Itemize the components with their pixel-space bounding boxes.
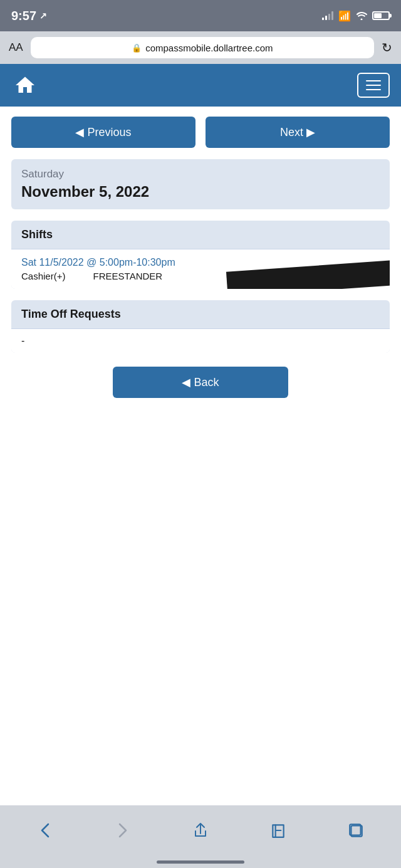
battery-icon xyxy=(372,11,390,20)
browser-bar: AA 🔒 compassmobile.dollartree.com ↻ xyxy=(0,31,401,64)
browser-forward-icon xyxy=(118,823,127,838)
menu-button[interactable] xyxy=(357,73,390,98)
time-off-content: - xyxy=(11,329,390,353)
tabs-icon xyxy=(348,822,364,839)
main-content: ◀ Previous Next ▶ Saturday November 5, 2… xyxy=(0,107,401,805)
wifi-icon: 📶 xyxy=(338,10,351,22)
lock-icon: 🔒 xyxy=(132,43,142,53)
app-header xyxy=(0,64,401,107)
bottom-browser-bar xyxy=(0,805,401,855)
location-arrow-icon: ↗ xyxy=(39,11,47,21)
browser-back-icon xyxy=(41,823,49,838)
back-button[interactable]: ◀ Back xyxy=(113,367,288,398)
shift-item: Sat 11/5/2022 @ 5:00pm-10:30pm Cashier(+… xyxy=(11,249,390,289)
menu-icon xyxy=(366,89,381,90)
next-button[interactable]: Next ▶ xyxy=(206,117,390,148)
shift-time: Sat 11/5/2022 @ 5:00pm-10:30pm xyxy=(21,257,380,268)
date-day: Saturday xyxy=(21,168,380,180)
wifi-icon xyxy=(356,11,367,20)
share-icon xyxy=(193,822,208,839)
share-button[interactable] xyxy=(185,815,216,846)
url-bar[interactable]: 🔒 compassmobile.dollartree.com xyxy=(31,37,374,58)
home-button[interactable] xyxy=(11,71,39,99)
time-off-header: Time Off Requests xyxy=(11,300,390,329)
shift-role-text: Cashier(+) xyxy=(21,271,65,281)
nav-buttons: ◀ Previous Next ▶ xyxy=(11,117,390,148)
shift-location-text: FREESTANDER xyxy=(93,271,163,281)
browser-back-button[interactable] xyxy=(29,815,61,846)
url-text: compassmobile.dollartree.com xyxy=(145,43,273,53)
font-size-control[interactable]: AA xyxy=(9,41,23,54)
tabs-button[interactable] xyxy=(340,815,372,846)
home-indicator-bar xyxy=(157,860,244,864)
previous-button[interactable]: ◀ Previous xyxy=(11,117,195,148)
shifts-card: Shifts Sat 11/5/2022 @ 5:00pm-10:30pm Ca… xyxy=(11,221,390,289)
time-off-card: Time Off Requests - xyxy=(11,300,390,353)
menu-icon xyxy=(366,80,381,81)
status-bar: 9:57 ↗ 📶 xyxy=(0,0,401,31)
status-icons: 📶 xyxy=(322,10,390,22)
status-time: 9:57 ↗ xyxy=(11,9,47,23)
refresh-button[interactable]: ↻ xyxy=(382,40,392,55)
browser-forward-button[interactable] xyxy=(107,815,138,846)
time-display: 9:57 xyxy=(11,9,36,23)
bookmarks-button[interactable] xyxy=(263,815,294,846)
book-icon xyxy=(270,822,286,839)
home-icon xyxy=(14,74,36,97)
date-full: November 5, 2022 xyxy=(21,183,380,201)
date-card: Saturday November 5, 2022 xyxy=(11,159,390,209)
time-off-dash: - xyxy=(21,335,24,347)
home-indicator xyxy=(0,855,401,868)
shifts-header: Shifts xyxy=(11,221,390,249)
signal-icon xyxy=(322,11,333,20)
menu-icon xyxy=(366,85,381,86)
shift-role: Cashier(+) FREESTANDER xyxy=(21,271,380,281)
